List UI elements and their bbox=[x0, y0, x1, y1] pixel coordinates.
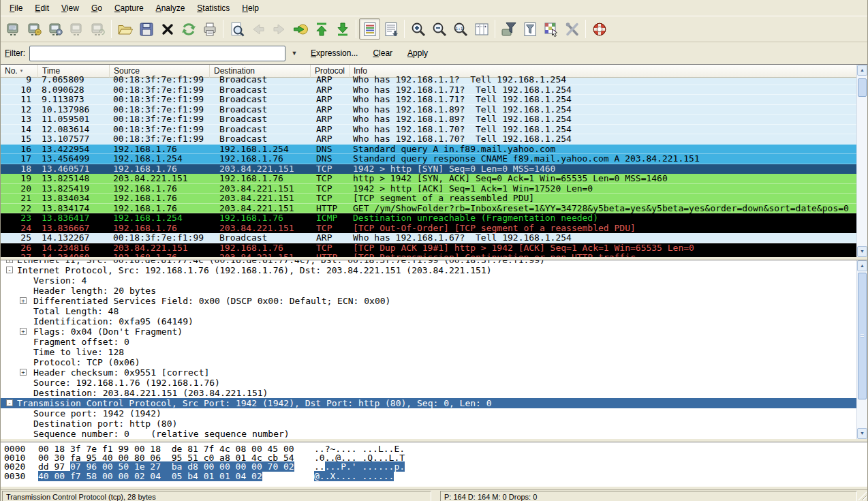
menu-view[interactable]: View bbox=[55, 1, 85, 15]
packet-row[interactable]: 97.06580900:18:3f:7e:f1:99BroadcastARPWh… bbox=[1, 75, 858, 85]
help-icon[interactable] bbox=[589, 18, 610, 40]
capture-options-icon[interactable] bbox=[24, 18, 45, 40]
collapse-icon[interactable]: - bbox=[6, 267, 13, 273]
expand-icon[interactable]: + bbox=[6, 260, 13, 263]
detail-line[interactable]: Header length: 20 bytes bbox=[1, 286, 858, 296]
goto-bottom-icon[interactable] bbox=[332, 18, 353, 40]
packet-row[interactable]: 2213.834174192.168.1.76203.84.221.151HTT… bbox=[1, 204, 858, 214]
cell-no: 12 bbox=[1, 105, 38, 115]
coloring-rules-icon[interactable] bbox=[540, 18, 561, 40]
menu-analyze[interactable]: Analyze bbox=[150, 1, 191, 15]
zoom-out-icon[interactable] bbox=[429, 18, 450, 40]
packet-row[interactable]: 2013.825419192.168.1.76203.84.221.151TCP… bbox=[1, 184, 858, 194]
detail-line[interactable]: Version: 4 bbox=[1, 275, 858, 286]
packet-row[interactable]: 2313.836417192.168.1.254192.168.1.76ICMP… bbox=[1, 213, 858, 224]
detail-line[interactable]: Identification: 0xfa95 (64149) bbox=[1, 316, 858, 327]
scroll-up-icon[interactable]: ▲ bbox=[857, 65, 867, 76]
goto-top-icon[interactable] bbox=[311, 18, 332, 40]
resize-columns-icon[interactable] bbox=[471, 18, 492, 40]
capture-start-icon[interactable] bbox=[45, 18, 66, 40]
goto-packet-icon[interactable] bbox=[290, 18, 311, 40]
packet-row[interactable]: 1513.10757700:18:3f:7e:f1:99BroadcastARP… bbox=[1, 134, 858, 145]
menu-statistics[interactable]: Statistics bbox=[191, 1, 236, 15]
packet-row[interactable]: 2614.234816203.84.221.151192.168.1.76TCP… bbox=[1, 243, 858, 254]
detail-line[interactable]: Source port: 1942 (1942) bbox=[1, 408, 858, 419]
expand-icon[interactable]: + bbox=[20, 328, 27, 335]
detail-text: Ethernet II, Src: 00:16:de:61:77:4c (00:… bbox=[17, 260, 545, 265]
apply-button[interactable]: Apply bbox=[402, 46, 433, 60]
find-icon[interactable] bbox=[226, 18, 247, 40]
packet-row[interactable]: 1913.825148203.84.221.151192.168.1.76TCP… bbox=[1, 174, 858, 184]
scroll-down-icon[interactable]: ▼ bbox=[857, 246, 867, 257]
display-filter-icon[interactable] bbox=[519, 18, 540, 40]
detail-line[interactable]: -Transmission Control Protocol, Src Port… bbox=[1, 398, 858, 408]
preferences-icon[interactable] bbox=[561, 18, 583, 40]
cell-protocol: ARP bbox=[311, 105, 350, 115]
hex-bytes: dd 97 07 96 00 50 1e 27 ba d8 00 00 00 0… bbox=[38, 462, 314, 471]
cell-protocol: TCP bbox=[311, 184, 350, 194]
packet-row[interactable]: 1311.05950100:18:3f:7e:f1:99BroadcastARP… bbox=[1, 115, 858, 125]
detail-line[interactable]: Fragment offset: 0 bbox=[1, 337, 858, 347]
packet-row[interactable]: 1813.460571192.168.1.76203.84.221.151TCP… bbox=[1, 164, 858, 174]
detail-line[interactable]: Protocol: TCP (0x06) bbox=[1, 357, 858, 367]
menu-go[interactable]: Go bbox=[85, 1, 108, 15]
open-icon[interactable] bbox=[114, 18, 136, 40]
expand-icon[interactable]: + bbox=[20, 297, 27, 304]
menu-edit[interactable]: Edit bbox=[29, 1, 55, 15]
detail-line[interactable]: +Header checksum: 0x9551 [correct] bbox=[1, 367, 858, 378]
save-icon[interactable] bbox=[136, 18, 157, 40]
main-toolbar: 1:1 bbox=[1, 16, 867, 42]
packet-row[interactable]: 2714.234960192.168.1.76203.84.221.151HTT… bbox=[1, 253, 858, 257]
detail-line[interactable]: -Internet Protocol, Src: 192.168.1.76 (1… bbox=[1, 265, 858, 275]
details-scrollbar[interactable]: ▲ ▼ bbox=[856, 260, 867, 439]
menu-help[interactable]: Help bbox=[236, 1, 265, 15]
hex-row[interactable]: 003040 00 f7 58 00 00 02 04 05 b4 01 01 … bbox=[4, 472, 867, 481]
packet-row[interactable]: 108.09062800:18:3f:7e:f1:99BroadcastARPW… bbox=[1, 85, 858, 95]
menu-capture[interactable]: Capture bbox=[108, 1, 150, 15]
scrollbar-thumb[interactable] bbox=[858, 273, 867, 399]
detail-line[interactable]: Sequence number: 0 (relative sequence nu… bbox=[1, 429, 858, 439]
colorize-icon[interactable] bbox=[359, 18, 380, 40]
detail-line[interactable]: Source: 192.168.1.76 (192.168.1.76) bbox=[1, 378, 858, 388]
expression-button[interactable]: Expression... bbox=[305, 46, 363, 60]
packet-row[interactable]: 1713.456499192.168.1.254192.168.1.76DNSS… bbox=[1, 154, 858, 164]
collapse-icon[interactable]: - bbox=[6, 399, 13, 406]
packet-row[interactable]: 1412.08361400:18:3f:7e:f1:99BroadcastARP… bbox=[1, 125, 858, 135]
expand-icon[interactable]: + bbox=[20, 369, 27, 376]
detail-line[interactable]: Time to live: 128 bbox=[1, 347, 858, 357]
detail-line[interactable]: Destination: 203.84.221.151 (203.84.221.… bbox=[1, 388, 858, 398]
detail-line[interactable]: Destination port: http (80) bbox=[1, 419, 858, 429]
reload-icon[interactable] bbox=[178, 18, 199, 40]
interfaces-icon[interactable] bbox=[3, 18, 24, 40]
scroll-up-icon[interactable]: ▲ bbox=[857, 260, 867, 271]
detail-line[interactable]: +Differentiated Services Field: 0x00 (DS… bbox=[1, 296, 858, 306]
packet-row[interactable]: 2113.834034192.168.1.76203.84.221.151TCP… bbox=[1, 194, 858, 204]
hex-row[interactable]: 0020dd 97 07 96 00 50 1e 27 ba d8 00 00 … bbox=[4, 462, 867, 471]
packet-row[interactable]: 1210.13798600:18:3f:7e:f1:99BroadcastARP… bbox=[1, 105, 858, 115]
print-icon[interactable] bbox=[199, 18, 220, 40]
packet-list-scrollbar[interactable]: ▲ ▼ bbox=[856, 65, 867, 257]
capture-filter-icon[interactable] bbox=[498, 18, 519, 40]
filter-input[interactable] bbox=[29, 46, 285, 61]
scrollbar-thumb[interactable] bbox=[858, 78, 867, 97]
detail-line[interactable]: +Ethernet II, Src: 00:16:de:61:77:4c (00… bbox=[1, 260, 858, 265]
zoom-100-icon[interactable]: 1:1 bbox=[450, 18, 471, 40]
clear-button[interactable]: Clear bbox=[367, 46, 398, 60]
detail-text: Source: 192.168.1.76 (192.168.1.76) bbox=[33, 378, 220, 388]
packet-row[interactable]: 2514.13226700:18:3f:7e:f1:99BroadcastARP… bbox=[1, 233, 858, 243]
filter-dropdown-icon[interactable]: ▼ bbox=[288, 46, 301, 61]
packet-row[interactable]: 2413.836667192.168.1.76203.84.221.151TCP… bbox=[1, 224, 858, 234]
zoom-in-icon[interactable] bbox=[407, 18, 429, 40]
close-icon[interactable] bbox=[157, 18, 178, 40]
detail-line[interactable]: Total Length: 48 bbox=[1, 306, 858, 316]
resize-grip[interactable] bbox=[858, 491, 867, 500]
autoscroll-icon[interactable] bbox=[380, 18, 401, 40]
packet-row[interactable]: 119.11387300:18:3f:7e:f1:99BroadcastARPW… bbox=[1, 95, 858, 105]
status-bar: Transmission Control Protocol (tcp), 28 … bbox=[1, 489, 867, 501]
detail-line[interactable]: +Flags: 0x04 (Don't Fragment) bbox=[1, 327, 858, 337]
packet-row[interactable]: 1613.422954192.168.1.76192.168.1.254DNSS… bbox=[1, 145, 858, 155]
menu-file[interactable]: File bbox=[3, 1, 29, 15]
cell-protocol: ARP bbox=[311, 115, 350, 125]
filter-label: Filter: bbox=[5, 48, 25, 58]
scroll-down-icon[interactable]: ▼ bbox=[857, 428, 867, 439]
